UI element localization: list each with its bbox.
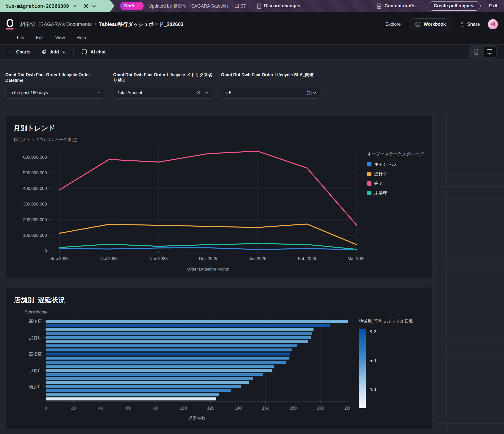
legend-swatch (367, 172, 371, 176)
divider (73, 48, 74, 56)
svg-text:高松店: 高松店 (29, 352, 42, 357)
breadcrumb-separator: / (95, 21, 96, 27)
ai-chat-button[interactable]: AI chat (81, 49, 106, 55)
svg-text:100: 100 (180, 406, 187, 411)
toolbar: Charts Add AI chat (0, 44, 504, 60)
svg-text:Sep 2025: Sep 2025 (50, 256, 69, 261)
breadcrumb: 相樂悟（SAGARA's Documents / Tableau移行ダッシュボー… (20, 21, 183, 28)
clear-filter-icon[interactable]: ✕ (197, 90, 200, 95)
workbook-label: Workbook (424, 22, 446, 27)
chevron-down-icon[interactable] (72, 4, 76, 8)
discard-changes-label: Discard changes (264, 3, 300, 9)
gradient-tick: 5.0 (369, 358, 376, 363)
legend-swatch (367, 162, 371, 166)
exit-button[interactable]: Exit (489, 3, 497, 9)
chevron-down-icon (62, 50, 66, 54)
svg-text:100,000,000: 100,000,000 (23, 233, 47, 238)
avatar[interactable]: 相 (488, 19, 498, 29)
chart-legend: オーダーステータスグループ キャンセル 進行中 完了 未処理 (367, 151, 425, 200)
svg-text:Order Datetime Month: Order Datetime Month (187, 267, 229, 272)
gradient-legend-title: 地域別_平均フルフィル日数 (359, 318, 421, 324)
svg-text:140: 140 (235, 406, 242, 411)
gradient-tick: 4.8 (369, 387, 376, 392)
gradient-bar (359, 329, 366, 408)
logo-ring (7, 19, 13, 27)
legend-item-unprocessed[interactable]: 未処理 (367, 190, 425, 196)
file-x-icon (257, 3, 262, 9)
svg-text:600,000,000: 600,000,000 (23, 155, 47, 160)
menu-help[interactable]: Help (77, 35, 86, 40)
omni-logo[interactable] (6, 19, 14, 30)
ai-chat-label: AI chat (90, 49, 106, 55)
svg-text:80: 80 (153, 406, 158, 411)
charts-label: Charts (16, 49, 30, 55)
gradient-tick: 5.2 (369, 329, 376, 335)
filter-dropdown[interactable]: in the past 180 days (5, 87, 105, 99)
menu-view[interactable]: View (55, 35, 65, 40)
draft-status-badge[interactable]: Draft (120, 2, 144, 10)
chevron-down-icon[interactable] (92, 4, 96, 8)
filter-count-badge: (1) (306, 90, 312, 95)
filter-metric-switch: Omni Dbt Dwh Fact Order Lifecycle メトリクス切… (113, 72, 213, 99)
legend-swatch (367, 181, 371, 186)
breadcrumb-document-title[interactable]: Tableau移行ダッシュボード_202603 (99, 21, 183, 28)
add-button[interactable]: Add (41, 49, 66, 55)
filter-bar: Omni Dbt Dwh Fact Order Lifecycle Order … (5, 72, 321, 99)
svg-text:400,000,000: 400,000,000 (23, 186, 47, 191)
legend-label: キャンセル (374, 161, 396, 167)
explore-link[interactable]: Explore (385, 22, 401, 27)
legend-swatch (367, 191, 371, 195)
legend-item-cancel[interactable]: キャンセル (367, 161, 425, 167)
shuffle-icon[interactable] (83, 3, 89, 9)
content-drafts-button[interactable]: Content drafts... (376, 3, 419, 9)
svg-text:横浜店: 横浜店 (29, 384, 42, 389)
legend-item-in-progress[interactable]: 進行中 (367, 171, 425, 177)
svg-text:220: 220 (344, 406, 350, 411)
create-pull-request-button[interactable]: Create pull request (428, 1, 481, 11)
menu-file[interactable]: File (17, 35, 24, 40)
svg-text:Mar 2026: Mar 2026 (348, 256, 364, 261)
device-preview-toggle (469, 45, 497, 59)
svg-text:0: 0 (45, 406, 47, 411)
chevron-down-icon[interactable] (205, 91, 209, 95)
add-label: Add (50, 49, 59, 55)
svg-text:Oct 2025: Oct 2025 (100, 256, 118, 261)
share-button[interactable]: Share (460, 22, 480, 27)
branch-selector[interactable]: twb-migration-20260309 (0, 0, 115, 12)
logo-underline (6, 28, 14, 30)
color-gradient-legend: 地域別_平均フルフィル日数 5.2 5.0 4.8 (350, 318, 421, 423)
legend-label: 未処理 (374, 190, 387, 196)
svg-text:那覇店: 那覇店 (29, 368, 42, 373)
dashboard-canvas: Omni Dbt Dwh Fact Order Lifecycle Order … (0, 60, 504, 430)
breadcrumb-folder[interactable]: 相樂悟（SAGARA's Documents (20, 21, 92, 28)
workbook-button[interactable]: Workbook (409, 18, 452, 30)
topbar-right: Content drafts... Create pull request Ex… (376, 0, 504, 12)
mobile-preview-button[interactable] (470, 47, 482, 57)
svg-text:Nov 2025: Nov 2025 (149, 256, 168, 261)
y-axis-title: Store Name (25, 310, 425, 315)
chart-title: 店舗別_遅延状況 (14, 296, 425, 305)
svg-text:遅延件数: 遅延件数 (188, 416, 206, 421)
phone-icon (474, 49, 479, 55)
monthly-trend-card: 月別トレンド 指定メトリクス(パラメータ参照) 0100,000,000200,… (5, 115, 432, 278)
filter-value: in the past 180 days (10, 90, 97, 95)
svg-text:0: 0 (45, 249, 47, 253)
filter-value: = 5 (225, 90, 306, 95)
desktop-preview-button[interactable] (484, 47, 496, 57)
filter-label: Omni Dbt Dwh Fact Order Lifecycle SLA_閾値 (221, 72, 321, 84)
discard-changes-button[interactable]: Discard changes (257, 3, 300, 9)
legend-item-complete[interactable]: 完了 (367, 181, 425, 186)
filter-dropdown[interactable]: = 5 (1) (221, 87, 321, 99)
chevron-down-icon[interactable] (97, 91, 101, 95)
monthly-trend-line-chart[interactable]: 0100,000,000200,000,000300,000,000400,00… (13, 147, 364, 273)
app-header: 相樂悟（SAGARA's Documents / Tableau移行ダッシュボー… (0, 12, 504, 44)
share-label: Share (467, 22, 480, 27)
menu-edit[interactable]: Edit (36, 35, 44, 40)
charts-button[interactable]: Charts (7, 49, 30, 55)
filter-dropdown[interactable]: Total Amount ✕ (113, 87, 213, 99)
svg-text:300,000,000: 300,000,000 (23, 202, 47, 207)
store-delay-bar-chart[interactable]: 020406080100120140160180200220新潟店渋谷店高松店那… (13, 317, 350, 423)
svg-text:20: 20 (71, 406, 76, 411)
svg-text:120: 120 (207, 406, 214, 411)
chevron-down-icon[interactable] (313, 91, 317, 95)
